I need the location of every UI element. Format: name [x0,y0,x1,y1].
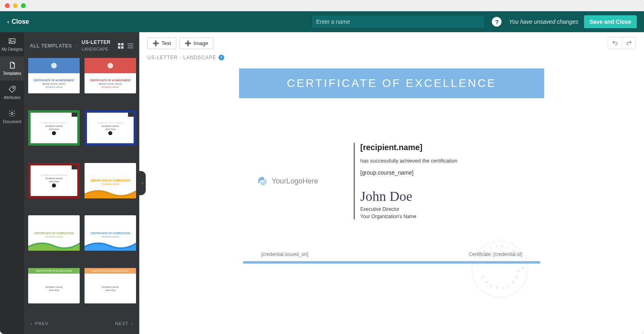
window-zoom-dot[interactable] [21,3,26,8]
certificate-body: YourLogoHere [recipient.name] has succes… [239,99,544,231]
canvas-stage[interactable]: CERTIFICATE OF EXCELLENCE YourLogoHere [… [139,64,644,334]
window-close-dot[interactable] [5,3,10,8]
help-icon[interactable]: ? [492,17,502,27]
template-thumb[interactable]: CERTIFICATE OF ACHIEVEMENT[group.course_… [28,58,80,93]
nav-label: My Designs [2,47,23,52]
grid-view-icon[interactable] [118,43,124,49]
svg-rect-5 [121,43,124,45]
template-thumb[interactable]: Certificate of Excellence[recipient.name… [85,110,136,146]
svg-point-2 [13,87,14,89]
breadcrumb-leaf: US-LETTER LANDSCAPE [82,39,111,52]
canvas-area: ➕ Text ➕ Image US-LETTER - LANDS [139,32,644,334]
panel-header: ALL TEMPLATES › US-LETTER LANDSCAPE [24,32,139,58]
recipient-name-field[interactable]: [recipient.name] [360,143,526,152]
nav-label: Document [3,120,21,124]
undo-icon [612,40,618,46]
nav-attributes[interactable]: Attributes [0,80,24,105]
certificate-bottom-bar [243,261,540,264]
nav-my-designs[interactable]: My Designs [0,32,24,56]
chevron-left-icon: ‹ [31,321,33,326]
chevron-left-icon: ‹ [142,180,143,186]
certificate-preview[interactable]: CERTIFICATE OF EXCELLENCE YourLogoHere [… [239,64,545,322]
certificate-footer: [credential.issued_on] Certificate: [cre… [239,231,544,260]
plus-icon: ➕ [185,40,191,46]
collapse-panel-handle[interactable]: ‹ [139,171,146,195]
image-icon [8,37,16,45]
template-thumb[interactable]: CERTIFICATE OF COMPLETION[recipient.name… [28,215,80,251]
svg-rect-10 [128,47,133,48]
gear-icon [8,109,16,118]
template-thumb[interactable]: Certificate of Excellence[recipient.name… [28,163,80,198]
save-and-close-button[interactable]: Save and Close [584,15,637,28]
nav-document[interactable]: Document [0,105,24,129]
panel-footer: ‹ PREV NEXT › [24,315,139,334]
add-text-button[interactable]: ➕ Text [147,37,176,49]
unsaved-changes-label: You have unsaved changes [509,19,578,25]
file-icon [8,61,16,69]
app-window: ‹ Close ? You have unsaved changes Save … [0,0,644,334]
template-thumb[interactable]: CERTIFICATE OF COMPLETION[recipient.name… [85,215,136,251]
organization-field[interactable]: Your Organization's Name [360,214,526,219]
chevron-right-icon: › [131,321,133,326]
template-thumb[interactable]: CERTIFICATE OF EXCELLENCE [recipient.nam… [28,268,80,303]
close-button[interactable]: ‹ Close [7,18,29,25]
certificate-info: [recipient.name] has successfully achiev… [354,143,526,219]
prev-button[interactable]: ‹ PREV [31,321,49,326]
tag-icon [8,85,16,93]
chevron-right-icon: › [76,43,78,49]
certificate-id-field[interactable]: Certificate: [credential.id] [469,252,522,257]
editor-toolbar: ➕ Text ➕ Image [139,32,644,54]
template-thumb[interactable]: CERTIFICATE OF EXCELLENCE [recipient.nam… [85,268,136,303]
course-name-field[interactable]: [group.course_name] [360,169,526,176]
certificate-banner[interactable]: CERTIFICATE OF EXCELLENCE [239,68,544,99]
design-name-input[interactable] [312,15,485,29]
achieved-text[interactable]: has successfully achieved the certificat… [360,158,526,164]
template-thumb[interactable]: CERTIFICATE OF ACHIEVEMENT[group.course_… [85,58,136,93]
svg-rect-8 [128,43,133,44]
svg-rect-7 [121,46,124,49]
view-toggle [118,43,134,49]
list-view-icon[interactable] [127,43,134,49]
window-minimize-dot[interactable] [13,3,18,8]
undo-redo-group [608,37,636,49]
svg-rect-9 [128,45,133,46]
svg-rect-4 [118,43,120,45]
plus-icon: ➕ [153,40,159,46]
chevron-left-icon: ‹ [7,19,9,25]
issued-on-field[interactable]: [credential.issued_on] [261,252,308,257]
redo-button[interactable] [622,37,636,49]
template-thumb[interactable]: CERTIFICATE OF COMPLETION[recipient.name… [85,163,136,198]
svg-point-1 [10,40,11,41]
content-area: My Designs Templates Attributes Document… [0,32,644,334]
left-nav: My Designs Templates Attributes Document [0,32,24,334]
breadcrumb-root[interactable]: ALL TEMPLATES [30,43,72,49]
close-label: Close [12,18,29,25]
add-image-button[interactable]: ➕ Image [180,37,213,49]
role-field[interactable]: Executive Director [360,206,526,212]
certificate-logo[interactable]: YourLogoHere [257,176,338,186]
svg-rect-6 [118,46,120,49]
signature-field[interactable]: John Doe [360,189,526,204]
top-bar: ‹ Close ? You have unsaved changes Save … [0,11,644,32]
template-thumb[interactable]: Certificate of Excellence[recipient.name… [28,110,80,146]
next-button[interactable]: NEXT › [115,321,133,326]
templates-panel: ALL TEMPLATES › US-LETTER LANDSCAPE CERT… [24,32,139,334]
template-grid: CERTIFICATE OF ACHIEVEMENT[group.course_… [24,58,139,315]
svg-point-3 [11,113,13,115]
nav-label: Attributes [4,95,21,100]
nav-templates[interactable]: Templates [0,56,24,80]
nav-label: Templates [3,71,21,76]
help-icon[interactable]: ? [219,55,224,60]
window-titlebar [0,0,644,11]
redo-icon [626,40,632,46]
swirl-icon [257,176,268,186]
undo-button[interactable] [608,37,622,49]
format-label: US-LETTER - LANDSCAPE ? [139,54,644,64]
